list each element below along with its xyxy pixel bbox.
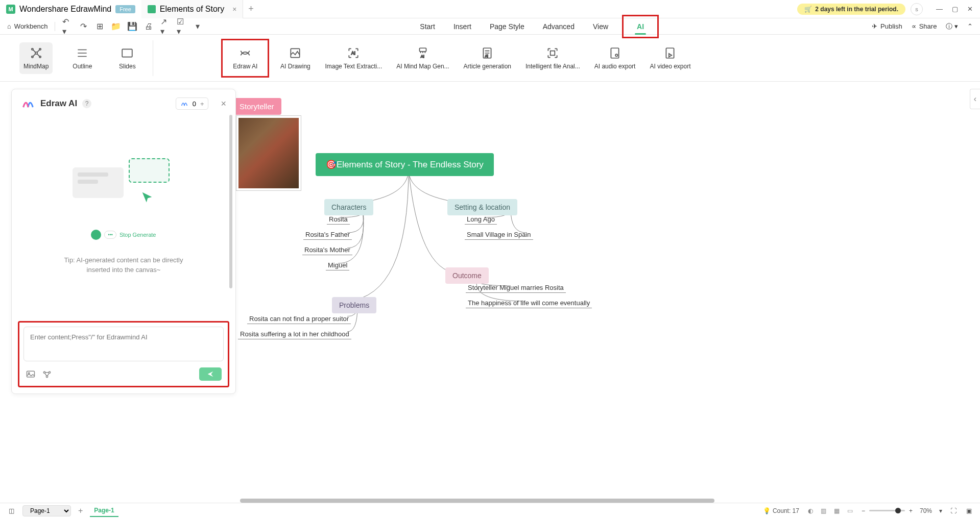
node-count: 💡 Count: 17 (763, 507, 799, 514)
print-button[interactable]: 🖨 (144, 22, 153, 31)
ai-panel-scrollbar[interactable] (229, 115, 232, 288)
ai-drawing-icon (289, 46, 302, 60)
home-icon: ⌂ (7, 22, 11, 30)
share-toolbar-button[interactable]: ☑ ▾ (177, 22, 186, 31)
export-button[interactable]: ↗ ▾ (160, 22, 170, 31)
zoom-dropdown-icon[interactable]: ▾ (939, 507, 942, 514)
open-button[interactable]: 📁 (111, 22, 121, 31)
zoom-in-icon[interactable]: + (909, 507, 913, 514)
file-tab-label: Elements of Story (160, 5, 224, 14)
leaf-suitor[interactable]: Rosita can not find a proper suitor (247, 314, 351, 324)
mindmap-view-button[interactable]: MindMap (19, 42, 53, 74)
ai-mindmap-gen-icon: AI (416, 46, 429, 60)
share-button[interactable]: ∝ Share (912, 22, 937, 30)
svg-point-0 (35, 52, 37, 54)
leaf-rosita-mother[interactable]: Rosita's Mother (302, 245, 352, 255)
top-right-actions: ✈ Publish ∝ Share ⓘ ▾ ⌃ (872, 22, 973, 31)
node-setting[interactable]: Setting & location (447, 199, 517, 215)
leaf-spain[interactable]: Small Village in Spain (465, 230, 533, 240)
undo-button[interactable]: ↶ ▾ (62, 22, 71, 31)
trial-badge[interactable]: 🛒 2 days left in the trial period. (797, 4, 905, 15)
svg-text:AI: AI (421, 54, 424, 58)
leaf-long-ago[interactable]: Long Ago (465, 214, 497, 225)
video-export-button[interactable]: AI video export (650, 46, 690, 70)
redo-button[interactable]: ↷ (79, 22, 88, 31)
workbench-button[interactable]: ⌂ Workbench (7, 22, 47, 30)
more-button[interactable]: ▾ (193, 22, 202, 31)
add-tab-button[interactable]: + (243, 4, 259, 14)
side-panel-toggle[interactable]: ‹ (970, 89, 980, 109)
ribbon-ai-group: Edraw AI AI Drawing AI Image Text Extrac… (153, 40, 701, 76)
layout2-icon[interactable]: ▦ (833, 507, 841, 515)
leaf-rosita-father[interactable]: Rosita's Father (303, 230, 352, 240)
ai-credit-display[interactable]: 0 + (176, 97, 209, 110)
minimize-button[interactable]: — (936, 5, 943, 13)
menu-ai[interactable]: AI (627, 19, 654, 34)
main-area: Edraw AI ? 0 + × ••• (0, 82, 980, 503)
fit-icon[interactable]: ▣ (965, 507, 973, 515)
leaf-miguel[interactable]: Miguel (326, 260, 349, 270)
menu-insert[interactable]: Insert (453, 19, 471, 34)
file-analysis-icon (546, 46, 559, 60)
node-outcome[interactable]: Outcome (445, 267, 489, 284)
node-storyteller[interactable]: Storyteller (232, 98, 281, 115)
canvas[interactable]: Edraw AI ? 0 + × ••• (0, 82, 980, 503)
add-page-button[interactable]: + (78, 506, 83, 515)
present-icon[interactable]: ▭ (846, 507, 854, 515)
panel-toggle-icon[interactable]: ◫ (7, 507, 15, 515)
page-select[interactable]: Page-1 (22, 505, 71, 516)
leaf-marries[interactable]: Storyteller Miguel marries Rosita (466, 283, 566, 293)
audio-export-button[interactable]: AI audio export (594, 46, 636, 70)
outline-view-button[interactable]: Outline (67, 46, 98, 70)
close-tab-icon[interactable]: × (232, 5, 236, 13)
menu-view[interactable]: View (593, 19, 608, 34)
new-button[interactable]: ⊞ (95, 22, 104, 31)
zoom-value[interactable]: 70% (920, 507, 932, 514)
ai-nodes-icon[interactable] (42, 369, 52, 379)
slides-view-button[interactable]: Slides (112, 46, 142, 70)
ai-send-button[interactable] (199, 367, 222, 381)
zoom-slider[interactable]: − + (862, 507, 913, 514)
zoom-out-icon[interactable]: − (862, 507, 865, 514)
leaf-happiness[interactable]: The happiness of life will come eventual… (466, 298, 592, 308)
node-main[interactable]: 🎯Elements of Story - The Endless Story (316, 153, 494, 176)
article-gen-button[interactable]: AI Article generation (464, 46, 511, 70)
leaf-childhood[interactable]: Rosita suffering a lot in her childhood (238, 329, 351, 339)
page-tab[interactable]: Page-1 (90, 505, 118, 517)
ai-help-icon[interactable]: ? (82, 99, 91, 108)
ai-mindmap-gen-button[interactable]: AI AI Mind Map Gen... (396, 46, 449, 70)
theme-icon[interactable]: ◐ (806, 507, 815, 515)
ai-close-button[interactable]: × (221, 98, 226, 109)
file-analysis-button[interactable]: Intelligent file Anal... (525, 46, 580, 70)
edraw-ai-button[interactable]: Edraw AI (225, 42, 266, 74)
maximize-button[interactable]: ▢ (952, 5, 958, 13)
node-characters[interactable]: Characters (324, 199, 373, 215)
add-credit-icon[interactable]: + (200, 100, 204, 108)
mindmap-icon (30, 46, 43, 60)
ai-drawing-button[interactable]: AI Drawing (280, 46, 310, 70)
ai-input[interactable] (23, 327, 224, 361)
close-button[interactable]: ✕ (967, 5, 973, 13)
publish-button[interactable]: ✈ Publish (872, 22, 902, 30)
horizontal-scrollbar[interactable] (240, 499, 714, 503)
node-image[interactable] (236, 115, 301, 191)
svg-text:AI: AI (351, 51, 355, 56)
app-logo-icon: M (6, 5, 15, 14)
menu-page-style[interactable]: Page Style (490, 19, 524, 34)
fullscreen-icon[interactable]: ⛶ (949, 507, 958, 515)
leaf-rosita[interactable]: Rosita (327, 214, 350, 225)
node-problems[interactable]: Problems (332, 297, 376, 313)
file-tab[interactable]: Elements of Story × (141, 0, 243, 18)
save-button[interactable]: 💾 (128, 22, 137, 31)
ai-image-icon[interactable] (26, 369, 36, 379)
image-text-button[interactable]: AI Image Text Extracti... (325, 46, 382, 70)
collapse-ribbon-icon[interactable]: ⌃ (967, 22, 973, 30)
layout1-icon[interactable]: ▥ (820, 507, 828, 515)
bulb-icon: 💡 (763, 507, 771, 514)
trial-text: 2 days left in the trial period. (815, 6, 898, 13)
user-avatar[interactable]: s (911, 3, 923, 15)
help-icon[interactable]: ⓘ ▾ (946, 22, 958, 31)
menu-advanced[interactable]: Advanced (543, 19, 575, 34)
menu-start[interactable]: Start (420, 19, 435, 34)
ai-input-footer (23, 363, 224, 382)
